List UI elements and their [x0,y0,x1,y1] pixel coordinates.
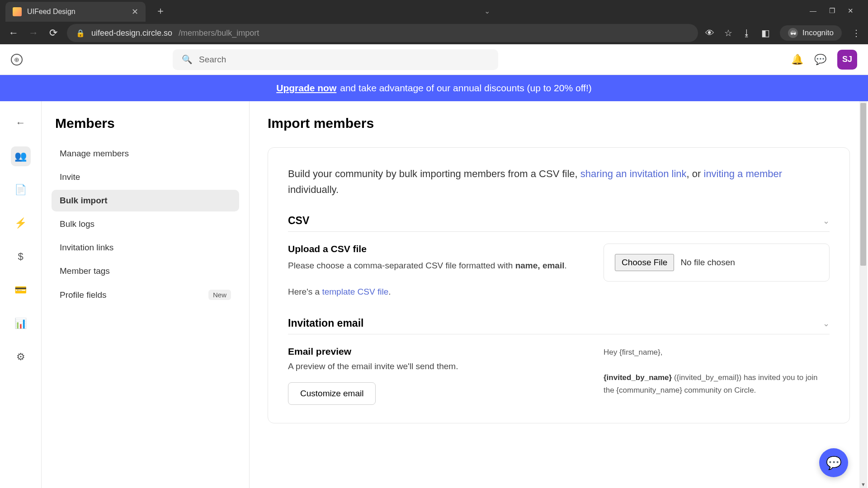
side-panel-icon[interactable]: ◧ [761,28,770,38]
search-input[interactable]: 🔍 Search [173,49,498,70]
chat-fab-button[interactable]: 💬 [819,448,848,477]
intro-text: Build your community by bulk importing m… [288,166,830,197]
file-input-box: Choose File No file chosen [604,244,830,282]
incognito-badge[interactable]: 🕶 Incognito [780,25,842,41]
sidebar-item-invitation-links[interactable]: Invitation links [52,237,239,258]
nav-forward-icon: → [27,27,40,39]
eye-off-icon[interactable]: 👁 [705,28,714,38]
chevron-down-icon: ⌄ [823,216,830,226]
tab-title: UIFeed Design [27,8,126,16]
page-title: Import members [268,116,850,131]
email-section-header[interactable]: Invitation email ⌄ [288,317,830,334]
window-minimize-icon[interactable]: ― [810,7,816,15]
bookmark-star-icon[interactable]: ☆ [724,28,732,38]
template-line: Here's a template CSV file. [288,285,585,298]
nav-back-icon[interactable]: ← [7,27,20,39]
avatar[interactable]: SJ [837,50,857,70]
url-path: /members/bulk_import [179,28,259,38]
search-icon: 🔍 [182,54,193,65]
lock-icon: 🔒 [76,29,85,38]
sidebar-item-manage-members[interactable]: Manage members [52,143,239,164]
incognito-icon: 🕶 [788,28,798,38]
tabs-dropdown-icon[interactable]: ⌄ [484,7,490,15]
sidebar: Members Manage members Invite Bulk impor… [42,101,250,488]
browser-tab[interactable]: UIFeed Design ✕ [5,2,146,22]
upload-title: Upload a CSV file [288,244,585,254]
sharing-invitation-link[interactable]: sharing an invitation link [580,168,687,179]
scroll-down-icon[interactable]: ▼ [859,480,867,488]
downloads-icon[interactable]: ⭳ [742,28,751,38]
new-badge: New [208,290,231,300]
window-maximize-icon[interactable]: ❐ [829,7,835,15]
rail-activity-icon[interactable]: ⚡ [11,213,31,233]
email-heading: Invitation email [288,317,363,329]
inviting-member-link[interactable]: inviting a member [704,168,783,179]
upgrade-banner: Upgrade now and take advantage of our an… [0,75,868,101]
preview-description: A preview of the email invite we'll send… [288,361,585,371]
import-card: Build your community by bulk importing m… [268,147,850,423]
rail-payments-icon[interactable]: 💳 [11,280,31,300]
csv-heading: CSV [288,215,309,227]
chevron-down-icon: ⌄ [823,319,830,328]
sidebar-item-invite[interactable]: Invite [52,166,239,188]
sidebar-title: Members [52,116,239,131]
banner-text: and take advantage of our annual discoun… [340,83,592,94]
email-preview: Hey {first_name}, {invited_by_name} ({in… [604,346,830,397]
choose-file-button[interactable]: Choose File [615,254,674,271]
sidebar-item-bulk-import[interactable]: Bulk import [52,190,239,211]
address-bar[interactable]: 🔒 uifeed-design.circle.so/members/bulk_i… [67,24,698,42]
notifications-icon[interactable]: 🔔 [791,54,803,66]
rail-billing-icon[interactable]: $ [11,247,31,267]
nav-reload-icon[interactable]: ⟳ [47,27,60,39]
chat-icon: 💬 [826,455,842,470]
tab-close-icon[interactable]: ✕ [132,7,138,17]
customize-email-button[interactable]: Customize email [288,382,376,405]
nav-rail: ← 👥 📄 ⚡ $ 💳 📊 ⚙ [0,101,42,488]
window-close-icon[interactable]: ✕ [848,7,854,15]
rail-content-icon[interactable]: 📄 [11,180,31,200]
no-file-label: No file chosen [680,258,735,267]
sidebar-item-member-tags[interactable]: Member tags [52,260,239,282]
browser-menu-icon[interactable]: ⋮ [852,28,861,38]
community-switcher-icon[interactable]: ⊕ [11,54,23,66]
rail-members-icon[interactable]: 👥 [11,146,31,166]
upload-description: Please choose a comma-separated CSV file… [288,259,585,272]
new-tab-button[interactable]: ＋ [149,4,172,18]
rail-analytics-icon[interactable]: 📊 [11,314,31,333]
url-host: uifeed-design.circle.so [91,28,172,38]
search-placeholder: Search [199,55,226,65]
rail-settings-icon[interactable]: ⚙ [11,347,31,367]
template-csv-link[interactable]: template CSV file [322,287,388,296]
tab-favicon [13,7,22,16]
preview-title: Email preview [288,346,585,357]
rail-back-icon[interactable]: ← [11,113,31,133]
sidebar-item-bulk-logs[interactable]: Bulk logs [52,213,239,235]
scrollbar[interactable]: ▲ ▼ [859,101,867,488]
messages-icon[interactable]: 💬 [814,54,826,66]
scroll-thumb[interactable] [860,103,866,266]
incognito-label: Incognito [802,28,834,38]
csv-section-header[interactable]: CSV ⌄ [288,215,830,232]
sidebar-item-profile-fields[interactable]: Profile fields New [52,284,239,306]
app-header: ⊕ 🔍 Search 🔔 💬 SJ [0,44,868,75]
main-content: Import members Build your community by b… [250,101,868,488]
upgrade-link[interactable]: Upgrade now [276,83,336,94]
